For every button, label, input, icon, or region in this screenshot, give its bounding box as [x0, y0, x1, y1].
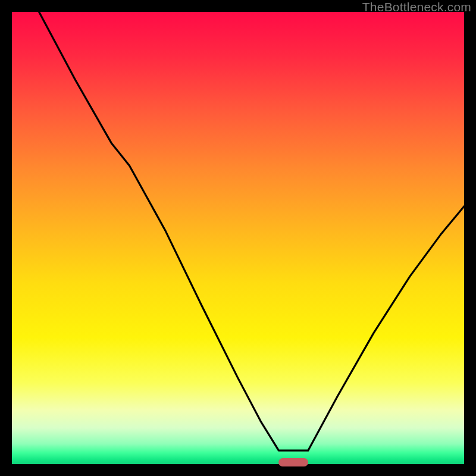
plot-area	[12, 12, 464, 464]
bottleneck-curve	[12, 12, 464, 464]
chart-frame: TheBottleneck.com	[0, 0, 476, 476]
optimal-marker	[278, 458, 308, 466]
watermark-text: TheBottleneck.com	[362, 0, 471, 14]
